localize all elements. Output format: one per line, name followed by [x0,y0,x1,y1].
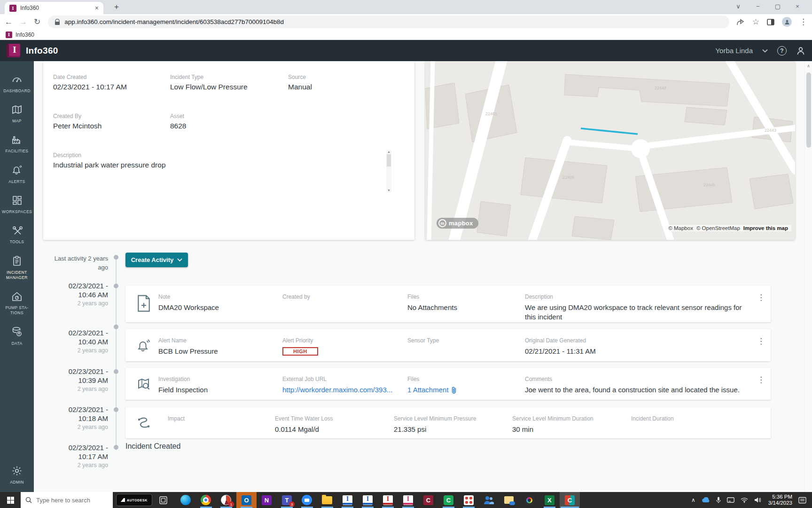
autodesk-widget[interactable]: AUTODESK [116,494,152,506]
taskbar-app-camtasia[interactable]: C [438,492,459,508]
taskbar-app-edge[interactable] [176,492,196,508]
taskbar-app-teams[interactable]: T3 [277,492,297,508]
scrollbar-up-icon[interactable]: ∧ [805,61,812,68]
taskbar-app-camtasia-active[interactable]: C [560,492,580,508]
forward-button[interactable]: → [19,18,27,26]
svg-text:22443: 22443 [765,128,776,133]
browser-profile-avatar[interactable] [782,17,792,27]
sidebar-nav: DASHBOARD MAP FACILITIES ALERTS WORKSPAC… [0,61,34,492]
mapbox-logo[interactable]: m mapbox [437,218,478,229]
activity-field: Incident Duration [631,415,767,425]
sidebar-item-workspaces[interactable]: WORKSPACES [0,190,34,220]
sidebar-item-facilities[interactable]: FACILITIES [0,129,34,159]
back-button[interactable]: ← [5,18,13,26]
description-scrollbar[interactable]: ▲ ▼ [386,150,391,193]
start-button[interactable] [0,492,21,508]
sidebar-item-data[interactable]: DATA [0,321,34,351]
taskbar-app-people[interactable] [479,492,499,508]
taskbar-app-excel[interactable]: X [539,492,560,508]
notification-center-icon[interactable] [798,497,806,504]
sidebar-item-tools[interactable]: TOOLS [0,220,34,250]
address-bar[interactable]: app.info360.com/incident-management/inci… [48,16,729,28]
taskbar-app-info360-1[interactable]: I [337,492,358,508]
osm-attribution-link[interactable]: © OpenStreetMap [696,225,740,231]
sidebar-item-dashboard[interactable]: DASHBOARD [0,69,34,99]
window-minimize-button[interactable]: − [748,3,768,10]
external-job-url-link[interactable]: http://workorder.maximo.com/393... [282,385,407,395]
info360-red-icon: I [383,495,393,505]
help-icon[interactable]: ? [777,46,787,56]
tenant-selector[interactable]: Yorba Linda [715,47,753,55]
reload-button[interactable]: ↻ [34,18,40,26]
activity-card-investigation: Investigation Field Inspection External … [125,368,771,400]
taskbar-app-c3a[interactable]: C [418,492,438,508]
timeline-dot [114,255,118,260]
incident-map[interactable]: 22448 22461 22405 22445 22443 m mapbox ©… [425,61,795,240]
page-scrollbar[interactable]: ∧ [804,61,812,492]
sidebar-item-pump-stations[interactable]: PUMP STA-TIONS [0,286,34,321]
onedrive-cloud-icon[interactable] [702,497,710,503]
search-icon [25,497,32,503]
taskbar-app-dots[interactable] [459,492,479,508]
scroll-up-icon[interactable]: ▲ [387,150,390,154]
svg-text:22461: 22461 [485,111,497,116]
scrollbar-thumb[interactable] [806,72,811,148]
scroll-thumb[interactable] [387,154,391,167]
scroll-down-icon[interactable]: ▼ [387,188,390,193]
timeline-dot [114,369,118,374]
incident-manager-icon [11,255,23,267]
taskbar-app-info360-3[interactable]: I [378,492,398,508]
facilities-icon [11,134,23,145]
share-icon[interactable] [737,18,745,25]
taskbar-app-adobe-cc[interactable] [519,492,539,508]
taskbar-app-info360-4[interactable]: I [398,492,418,508]
taskbar-search[interactable] [21,492,113,508]
pen-tablet-icon[interactable] [727,497,734,503]
wifi-icon[interactable] [741,497,748,503]
taskbar-app-onedrive-folder[interactable] [499,492,519,508]
tenant-chevron-down-icon[interactable] [762,49,768,53]
sidebar-item-map[interactable]: MAP [0,99,34,129]
taskbar-clock[interactable]: 5:36 PM 3/14/2023 [768,494,792,506]
window-menu-icon[interactable]: ∨ [728,3,748,10]
activity-menu-icon[interactable]: ⋮ [757,337,767,346]
sidebar-item-alerts[interactable]: ALERTS [0,159,34,190]
activity-menu-icon[interactable]: ⋮ [757,294,767,302]
taskbar-app-explorer[interactable] [317,492,337,508]
new-tab-button[interactable]: + [111,2,122,12]
search-input[interactable] [36,497,97,504]
taskbar-app-zoom[interactable] [297,492,317,508]
taskbar-app-pie[interactable]: 1 [216,492,236,508]
field-description[interactable]: Description Industrial park water pressu… [53,152,405,169]
bookmark-info360[interactable]: Info360 [16,32,34,38]
window-restore-button[interactable]: ▢ [768,3,788,10]
browser-menu-icon[interactable]: ⋮ [799,18,807,26]
create-activity-button[interactable]: Create Activity [125,253,188,267]
volume-icon[interactable] [754,497,761,503]
camtasia-green-icon: C [444,495,453,505]
sidebar-item-incident-manager[interactable]: INCIDENT MANAGER [0,250,34,286]
microphone-icon[interactable] [716,497,721,503]
taskbar-app-onenote[interactable]: N [257,492,277,508]
side-panel-icon[interactable] [767,19,774,25]
browser-tab[interactable]: I Info360 × [5,2,103,14]
activity-field: Service Level Minimum Duration 30 min [512,415,631,434]
window-close-button[interactable]: × [788,3,807,10]
tray-chevron-up-icon[interactable]: ∧ [691,497,695,503]
sidebar-item-admin[interactable]: ADMIN [0,460,34,490]
incident-details-card: Date Created 02/23/2021 - 10:17 AM Incid… [43,61,414,240]
attachment-link[interactable]: 1 Attachment [407,385,525,395]
mapbox-attribution-link[interactable]: © Mapbox [668,225,693,231]
activity-card-alert: Alert Name BCB Low Pressure Alert Priori… [125,329,771,361]
task-view-button[interactable] [154,492,173,508]
user-profile-icon[interactable] [796,46,805,56]
main-content: Date Created 02/23/2021 - 10:17 AM Incid… [34,61,812,492]
activity-menu-icon[interactable]: ⋮ [757,376,767,385]
windows-taskbar: AUTODESK 1 O N T3 I I I I C C X C ∧ 5 [0,492,812,508]
bookmark-star-icon[interactable]: ☆ [752,18,759,26]
taskbar-app-chrome[interactable] [196,492,216,508]
taskbar-app-info360-2[interactable]: I [358,492,378,508]
taskbar-app-outlook[interactable]: O [236,492,257,508]
tab-close-icon[interactable]: × [95,5,99,11]
improve-map-link[interactable]: Improve this map [743,225,788,231]
